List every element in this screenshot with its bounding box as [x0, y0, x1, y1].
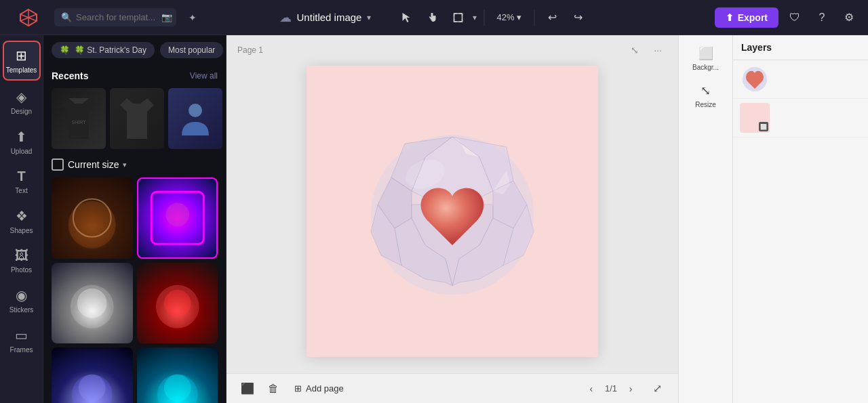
- tag-most-popular[interactable]: Most popular: [160, 42, 223, 58]
- settings-button[interactable]: ⚙: [838, 7, 860, 28]
- template-item-1[interactable]: [52, 177, 133, 259]
- layer-item-2[interactable]: ⬜: [733, 99, 868, 137]
- size-chevron-icon: ▾: [123, 161, 127, 169]
- zoom-level-button[interactable]: 42% ▾: [491, 9, 527, 25]
- panel-scroll[interactable]: Recents View all SHIRT: [43, 65, 226, 403]
- select-tool-button[interactable]: [395, 7, 417, 28]
- recents-title: Recents: [52, 70, 88, 81]
- main-layout: ⊞ Templates ◈ Design ⬆ Upload T Text ❖ S…: [0, 35, 868, 403]
- view-all-button[interactable]: View all: [190, 71, 218, 81]
- sidebar-item-label: Photos: [11, 266, 32, 274]
- sidebar-item-label: Design: [11, 108, 32, 115]
- templates-icon: ⊞: [16, 47, 27, 64]
- undo-button[interactable]: ↩: [541, 7, 563, 28]
- doc-title: Untitled image: [297, 12, 362, 23]
- template-item-4[interactable]: [137, 263, 218, 344]
- hand-tool-button[interactable]: [421, 7, 443, 28]
- svg-point-16: [79, 375, 106, 402]
- topbar: 🔍 📷 ✦ ☁ Untitled image ▾: [0, 0, 868, 35]
- template-item-2[interactable]: [137, 177, 218, 259]
- layer-item-1[interactable]: [733, 60, 868, 99]
- svg-rect-3: [454, 14, 462, 22]
- template-grid: [52, 177, 218, 403]
- recents-section-header: Recents View all: [52, 70, 218, 81]
- template-item-3[interactable]: [52, 263, 133, 344]
- fullscreen-button[interactable]: ⤢: [647, 379, 667, 399]
- export-button[interactable]: ⬆ Export: [715, 7, 778, 28]
- recent-thumb-2[interactable]: [110, 88, 164, 149]
- recent-thumb-3[interactable]: [168, 88, 222, 149]
- recent-thumb-1[interactable]: SHIRT: [52, 88, 106, 149]
- canvas-area: Page 1 ⤡ ···: [226, 35, 678, 403]
- background-tool-icon: ⬜: [698, 46, 713, 61]
- zoom-value: 42%: [496, 12, 514, 22]
- sidebar-item-upload[interactable]: ⬆ Upload: [3, 123, 41, 161]
- ai-tools-button[interactable]: ✦: [182, 7, 203, 28]
- resize-canvas-button[interactable]: [447, 7, 469, 28]
- logo-area: [8, 7, 49, 28]
- sidebar-item-templates[interactable]: ⊞ Templates: [3, 41, 41, 81]
- svg-point-18: [163, 375, 191, 402]
- shield-icon[interactable]: 🛡: [784, 7, 806, 28]
- canvas-expand-button[interactable]: ⤡: [625, 41, 644, 60]
- crystal-heart-graphic: [357, 116, 547, 306]
- template-item-6[interactable]: [137, 347, 218, 403]
- stickers-icon: ◉: [16, 287, 27, 303]
- layers-title: Layers: [733, 35, 868, 60]
- current-size-label: Current size: [68, 159, 119, 170]
- zoom-chevron-icon: ▾: [517, 12, 521, 22]
- template-item-5[interactable]: [52, 347, 133, 403]
- layers-panel: Layers ⬜: [732, 35, 868, 403]
- help-button[interactable]: ?: [811, 7, 833, 28]
- add-page-button[interactable]: ⊞ Add page: [289, 381, 349, 396]
- background-tool-button[interactable]: ⬜ Backgr...: [683, 41, 729, 77]
- canvas-more-button[interactable]: ···: [648, 41, 667, 60]
- image-search-icon[interactable]: 📷: [161, 12, 172, 22]
- sidebar-item-design[interactable]: ◈ Design: [3, 83, 41, 121]
- delete-page-button[interactable]: 🗑: [263, 379, 283, 399]
- resize-tool-icon: ⤡: [701, 83, 711, 98]
- resize-tool-button[interactable]: ⤡ Resize: [683, 78, 729, 114]
- size-icon: [52, 158, 64, 171]
- frames-icon: ▭: [15, 327, 28, 343]
- page-label: Page 1: [237, 45, 263, 55]
- sidebar-item-text[interactable]: T Text: [3, 163, 41, 200]
- svg-point-12: [77, 288, 107, 318]
- layer-thumb-1: [740, 64, 770, 94]
- tag-st-patricks[interactable]: 🍀 🍀 St. Patrick's Day: [52, 42, 155, 58]
- sidebar-item-photos[interactable]: 🖼 Photos: [3, 242, 41, 279]
- canvas-header: Page 1 ⤡ ···: [226, 35, 678, 65]
- clover-icon: 🍀: [60, 45, 70, 55]
- sidebar-item-label: Upload: [11, 148, 33, 155]
- current-size-selector[interactable]: Current size ▾: [52, 158, 127, 171]
- topbar-right: ⬆ Export 🛡 ? ⚙: [715, 7, 860, 28]
- prev-page-button[interactable]: ‹: [583, 381, 599, 397]
- canvas-viewport[interactable]: [226, 35, 678, 373]
- search-input[interactable]: [76, 12, 157, 22]
- search-icon: 🔍: [61, 12, 72, 22]
- canvas-document: [307, 66, 598, 357]
- layer-badge: ⬜: [759, 122, 768, 131]
- tag-label: 🍀 St. Patrick's Day: [75, 45, 146, 55]
- sidebar-item-label: Frames: [10, 346, 33, 354]
- logo-icon[interactable]: [18, 7, 39, 28]
- shapes-icon: ❖: [16, 208, 28, 224]
- photos-icon: 🖼: [15, 248, 28, 263]
- present-button[interactable]: ⬛: [237, 379, 258, 399]
- sidebar-item-frames[interactable]: ▭ Frames: [3, 322, 41, 359]
- export-label: Export: [738, 12, 768, 23]
- resize-tool-label: Resize: [695, 101, 716, 108]
- text-icon: T: [17, 169, 25, 184]
- sidebar-item-stickers[interactable]: ◉ Stickers: [3, 282, 41, 319]
- next-page-button[interactable]: ›: [623, 381, 639, 397]
- doc-title-chevron[interactable]: ▾: [367, 13, 371, 22]
- bottom-bar: ⬛ 🗑 ⊞ Add page ‹ 1/1 › ⤢: [226, 373, 678, 403]
- sidebar-item-label: Templates: [6, 66, 37, 74]
- pagination: ‹ 1/1 ›: [583, 381, 639, 397]
- toolbar-tools: ▾ 42% ▾ ↩ ↪: [395, 7, 589, 28]
- background-tool-label: Backgr...: [692, 64, 719, 71]
- sidebar-item-shapes[interactable]: ❖ Shapes: [3, 203, 41, 240]
- svg-point-10: [165, 203, 189, 227]
- topbar-center: ☁ Untitled image ▾ ▾ 42% ▾: [279, 7, 589, 28]
- redo-button[interactable]: ↪: [567, 7, 589, 28]
